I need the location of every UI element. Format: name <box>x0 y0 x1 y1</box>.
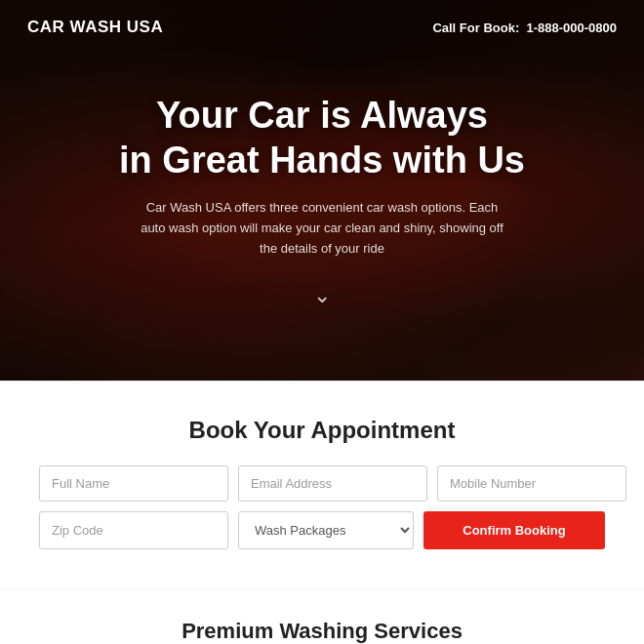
hero-content: Your Car is Always in Great Hands with U… <box>68 94 576 308</box>
navigation: CAR WASH USA Call For Book: 1-888-000-08… <box>0 0 644 55</box>
booking-title: Book Your Appointment <box>39 417 605 444</box>
hero-title: Your Car is Always in Great Hands with U… <box>68 94 576 182</box>
zip-input[interactable] <box>39 511 228 549</box>
email-input[interactable] <box>238 465 427 502</box>
services-section: Premium Washing Services ✦ ✦ <box>0 588 644 644</box>
booking-form-row1 <box>39 465 605 502</box>
mobile-input[interactable] <box>437 465 626 502</box>
phone-label: Call For Book: <box>432 20 519 35</box>
services-title: Premium Washing Services <box>39 619 605 644</box>
scroll-down-icon: ⌄ <box>68 283 576 308</box>
packages-select[interactable]: Wash Packages Basic Wash Premium Wash De… <box>238 511 414 549</box>
phone-number: Call For Book: 1-888-000-0800 <box>432 20 617 35</box>
booking-form-row2: Wash Packages Basic Wash Premium Wash De… <box>39 511 605 549</box>
site-logo: CAR WASH USA <box>27 18 163 37</box>
hero-section: CAR WASH USA Call For Book: 1-888-000-08… <box>0 0 644 381</box>
full-name-input[interactable] <box>39 465 228 502</box>
booking-section: Book Your Appointment Wash Packages Basi… <box>0 381 644 588</box>
hero-title-line2: in Great Hands with Us <box>119 140 525 181</box>
hero-title-line1: Your Car is Always <box>156 95 488 136</box>
hero-subtitle: Car Wash USA offers three convenient car… <box>137 198 507 259</box>
confirm-booking-button[interactable]: Confirm Booking <box>423 511 605 549</box>
phone-digits: 1-888-000-0800 <box>526 20 617 35</box>
